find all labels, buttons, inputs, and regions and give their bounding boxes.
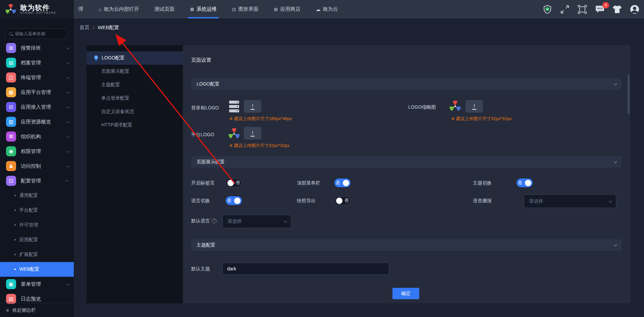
sidebar-subitem-platform-config[interactable]: •平台配置 [0,203,74,218]
chevron-down-icon [609,199,612,203]
brand-subtitle: GANWEI SOFTWARE [20,11,56,14]
chevron-down-icon [66,105,69,108]
chevron-down-icon [66,120,69,123]
ganwei-logo-icon [5,3,17,15]
default-theme-label: 默认主题 [191,266,210,272]
tab-ganwei-cloud-internal[interactable]: ⌂ 敢为云内部打开 [99,0,139,18]
navbar-actions: 0 [543,0,639,18]
chevron-down-icon [66,149,69,153]
theme-switch-toggle[interactable]: 是 [517,178,533,187]
user-avatar[interactable] [630,5,639,14]
sidebar-subitem-license-mgmt[interactable]: •许可管理 [0,218,74,232]
submenu-http-request-config[interactable]: HTTP请求配置 [87,118,183,132]
pin-icon [94,55,98,61]
sidebar-item-alarm-shift[interactable]: ⊞ 报警排班 [0,41,74,55]
snapshot-export-toggle[interactable]: 否 [334,196,351,205]
fullscreen-icon[interactable] [560,5,570,14]
cloud-icon: ☁ [316,7,321,12]
search-icon [9,32,12,36]
tab-graphic-ui[interactable]: ⊡ 图形界面 [232,0,259,18]
tab-page-toggle[interactable]: 否 [226,178,242,187]
collapse-sidebar-button[interactable]: ≡ 收起侧边栏 [0,303,74,317]
submenu-theme-config[interactable]: 主题配置 [87,78,183,92]
building-icon: ⌂ [99,7,101,12]
lang-switch-label: 语言切换 [191,198,210,204]
default-lang-label: 默认语言? [191,218,217,224]
sidebar-item-organization[interactable]: ⌘ 组织机构 [0,129,74,144]
lang-switch-toggle[interactable]: 是 [226,196,242,205]
platform-logo-upload-button[interactable]: ↑ [244,127,261,140]
sidebar-menu: ⊞ 报警排班 ▤ 档案管理 ◫ 终端管理 ▦ 应用平台管理 ⊟ 应用接入管理 ▥… [0,41,74,306]
login-logo-hint: ※ 建议上传图片尺寸165px*46px [229,116,292,122]
settings-submenu: LOGO配置 页面展示配置 主题配置 单点登录配置 自定义设备状态 HTTP请求… [87,45,183,303]
login-logo-upload-button[interactable]: ↑ [244,100,261,113]
default-theme-input[interactable] [222,263,389,275]
chevron-up-icon [65,179,68,183]
person-lock-icon: ♟ [6,161,16,171]
messages-icon[interactable]: 0 [595,5,604,14]
monitor-icon: ⊡ [232,7,236,12]
sidebar-subitem-general-config[interactable]: •通用配置 [0,188,74,203]
layers-icon: ▦ [6,87,16,97]
tab-ganwei-cloud[interactable]: ☁ 敢为云 [316,0,338,18]
plug-icon: ⊟ [6,102,16,112]
tab-truncated[interactable]: 理 [78,0,83,18]
sidebar-subitem-app-config[interactable]: •应用配置 [0,232,74,247]
sidebar-item-app-platform-mgmt[interactable]: ▦ 应用平台管理 [0,85,74,100]
voice-broadcast-label: 语音播报 [473,198,492,204]
breadcrumb-home[interactable]: 首页 [79,24,90,31]
section-header-page-display[interactable]: 页面展示配置 [191,156,622,168]
thumb-logo-label: LOGO缩略图 [408,104,436,110]
screenshot-frame-icon[interactable] [578,5,587,14]
sidebar-subitem-web-config[interactable]: •WEB配置 [0,262,74,277]
chevron-down-icon [614,243,617,246]
message-count-badge: 0 [602,2,609,8]
top-menu-toggle[interactable]: 是 [334,178,351,187]
submenu-logo-config[interactable]: LOGO配置 [87,51,183,65]
help-icon[interactable]: ? [212,218,217,223]
confirm-button[interactable]: 确定 [392,288,419,299]
config-icon: ⊡ [6,176,16,186]
breadcrumb: 首页 / WEB配置 [79,24,119,31]
sidebar-item-terminal-mgmt[interactable]: ◫ 终端管理 [0,70,74,85]
top-navbar: 敢为软件 GANWEI SOFTWARE 理 ⌂ 敢为云内部打开 测试页面 ⚙ … [0,0,644,18]
tab-system-ops[interactable]: ⚙ 系统运维 [190,0,217,18]
sidebar-item-menu-mgmt[interactable]: ▣ 菜单管理 [0,277,74,292]
security-shield-icon[interactable] [543,5,552,14]
resource-icon: ▥ [6,117,16,127]
shield-icon: ◉ [6,146,16,156]
sidebar-item-access-control[interactable]: ♟ 访问控制 [0,159,74,173]
chevron-down-icon [66,164,69,167]
snapshot-export-label: 快照导出 [297,198,316,204]
thumb-logo-upload-button[interactable]: ↑ [466,100,483,113]
panel-scrollbar[interactable] [628,74,630,114]
submenu-sso-config[interactable]: 单点登录配置 [87,92,183,105]
section-header-theme-config[interactable]: 主题配置 [191,239,622,251]
tab-app-store[interactable]: ⊞ 应用商店 [274,0,301,18]
submenu-page-display-config[interactable]: 页面展示配置 [87,65,183,78]
sidebar-subitem-extension-config[interactable]: •扩展配置 [0,247,74,262]
sidebar-item-app-resource-overview[interactable]: ▥ 应用资源概览 [0,114,74,129]
login-logo-label: 登录框LOGO [191,105,219,111]
sidebar-item-permission-mgmt[interactable]: ◉ 权限管理 [0,144,74,159]
wrench-icon: ⚙ [190,7,194,12]
default-lang-select[interactable]: 请选择 [222,215,291,228]
sidebar-item-app-access-mgmt[interactable]: ⊟ 应用接入管理 [0,100,74,114]
tab-test-page[interactable]: 测试页面 [154,0,174,18]
log-icon: ▤ [6,294,16,304]
brand-logo: 敢为软件 GANWEI SOFTWARE [0,0,74,18]
section-header-logo-config[interactable]: LOGO配置 [191,78,622,90]
voice-broadcast-select[interactable]: 请选择 [524,195,616,208]
theme-shirt-icon[interactable] [612,5,622,14]
sidebar-item-config-mgmt[interactable]: ⊡ 配置管理 [0,173,74,188]
search-input[interactable] [15,31,64,36]
submenu-custom-device-status[interactable]: 自定义设备状态 [87,105,183,118]
menu-search[interactable] [6,29,67,39]
menu-icon: ▣ [6,279,16,289]
top-menu-label: 顶部菜单栏 [297,180,320,186]
upload-icon: ↑ [251,103,255,110]
platform-logo-label: 平台LOGO [191,132,214,138]
chevron-down-icon [66,135,69,138]
sidebar-item-archive-mgmt[interactable]: ▤ 档案管理 [0,55,74,70]
thumb-logo-hint: ※ 建议上传图片尺寸32px*32px [451,116,512,122]
